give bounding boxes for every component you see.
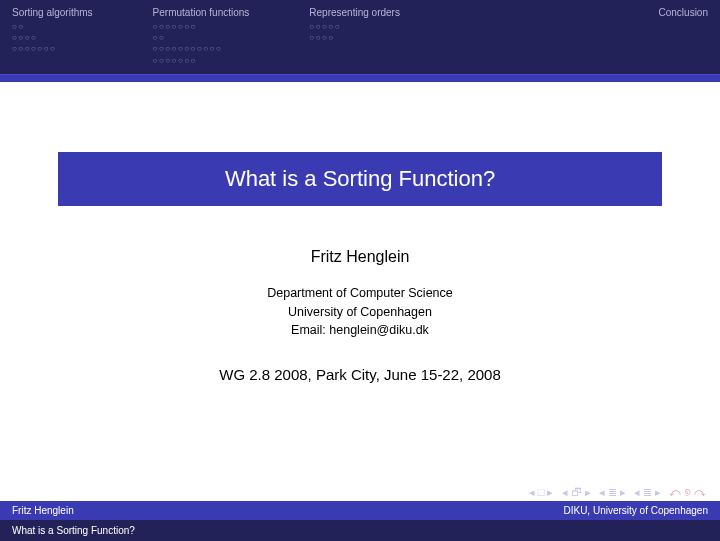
slide-content: What is a Sorting Function? Fritz Hengle… (0, 82, 720, 501)
footer-author-line: Fritz Henglein DIKU, University of Copen… (0, 501, 720, 520)
venue-info: WG 2.8 2008, Park City, June 15-22, 2008 (219, 366, 501, 383)
slide-title: What is a Sorting Function? (58, 152, 662, 206)
nav-undo-icon[interactable]: ↶ ୭ ↷ (669, 486, 706, 499)
nav-section-permutation[interactable]: Permutation functions ○○○○○○○ ○○ ○○○○○○○… (153, 6, 250, 66)
nav-forward-icon[interactable]: ◂ ≣ ▸ (634, 486, 661, 499)
affiliation: Department of Computer Science Universit… (267, 284, 453, 340)
nav-section-representing[interactable]: Representing orders ○○○○○ ○○○○ (309, 6, 400, 66)
nav-section-sorting[interactable]: Sorting algorithms ○○ ○○○○ ○○○○○○○ (12, 6, 93, 66)
nav-section-conclusion[interactable]: Conclusion (659, 6, 708, 66)
university: University of Copenhagen (267, 303, 453, 322)
section-nav-header: Sorting algorithms ○○ ○○○○ ○○○○○○○ Permu… (0, 0, 720, 74)
footer-title: What is a Sorting Function? (12, 525, 135, 536)
nav-back-icon[interactable]: ◂ ≣ ▸ (599, 486, 626, 499)
beamer-nav-bar: ◂ □ ▸ ◂ 🗗 ▸ ◂ ≣ ▸ ◂ ≣ ▸ ↶ ୭ ↷ (529, 486, 706, 499)
email: Email: henglein@diku.dk (267, 321, 453, 340)
author-name: Fritz Henglein (311, 248, 410, 266)
department: Department of Computer Science (267, 284, 453, 303)
footer-author: Fritz Henglein (12, 505, 74, 516)
footer-institution: DIKU, University of Copenhagen (563, 505, 708, 516)
nav-prev-icon[interactable]: ◂ 🗗 ▸ (562, 486, 591, 499)
footer-title-line: What is a Sorting Function? (0, 520, 720, 541)
header-divider (0, 74, 720, 82)
nav-first-icon[interactable]: ◂ □ ▸ (529, 486, 554, 499)
